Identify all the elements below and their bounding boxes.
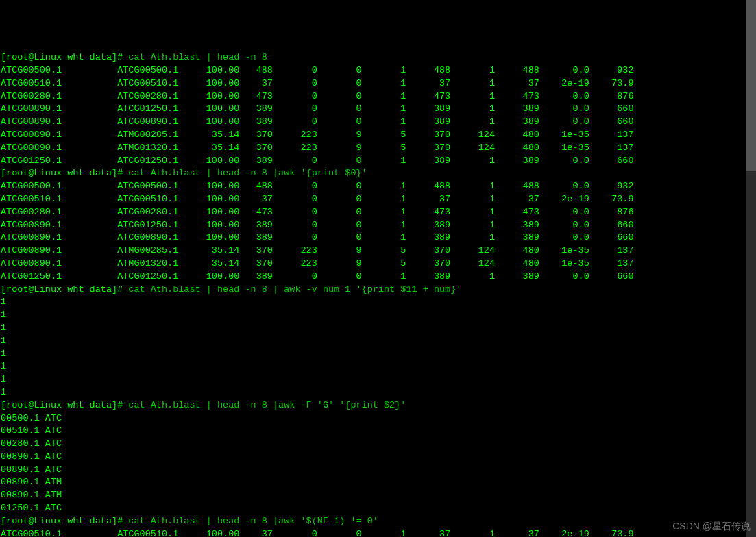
blast-row: ATCG00890.1 ATMG01320.1 35.14 370 223 9 … [1, 258, 755, 271]
prompt-line-1[interactable]: [root@Linux wht data]# cat Ath.blast | h… [1, 51, 755, 64]
blast-row: ATCG00890.1 ATMG00285.1 35.14 370 223 9 … [1, 129, 755, 142]
awk-out: 1 [1, 335, 755, 348]
awk-out: 1 [1, 309, 755, 322]
blast-row: ATCG00890.1 ATMG01320.1 35.14 370 223 9 … [1, 142, 755, 155]
awk-out: 01250.1 ATC [1, 502, 755, 515]
awk-out: 00510.1 ATC [1, 425, 755, 438]
prompt-line-5[interactable]: [root@Linux wht data]# cat Ath.blast | h… [1, 515, 755, 528]
awk-out: 00890.1 ATC [1, 451, 755, 464]
awk-out: 00890.1 ATM [1, 476, 755, 489]
blast-row: ATCG00890.1 ATCG01250.1 100.00 389 0 0 1… [1, 103, 755, 116]
blast-row: ATCG00500.1 ATCG00500.1 100.00 488 0 0 1… [1, 64, 755, 77]
blast-row: ATCG00890.1 ATCG00890.1 100.00 389 0 0 1… [1, 116, 755, 129]
awk-out: 00890.1 ATM [1, 489, 755, 502]
blast-row: ATCG00890.1 ATCG01250.1 100.00 389 0 0 1… [1, 219, 755, 232]
prompt: [root@Linux wht data]# [1, 52, 128, 62]
command-text: cat Ath.blast | head -n 8 | awk -v num=1… [128, 284, 461, 295]
blast-row: ATCG00500.1 ATCG00500.1 100.00 488 0 0 1… [1, 180, 755, 193]
blast-row: ATCG01250.1 ATCG01250.1 100.00 389 0 0 1… [1, 155, 755, 168]
scrollbar-thumb[interactable] [746, 0, 756, 171]
awk-out: 1 [1, 360, 755, 373]
awk-out: 00890.1 ATC [1, 464, 755, 477]
blast-row: ATCG00890.1 ATMG00285.1 35.14 370 223 9 … [1, 245, 755, 258]
blast-row: ATCG00510.1 ATCG00510.1 100.00 37 0 0 1 … [1, 528, 755, 537]
awk-out: 1 [1, 322, 755, 335]
prompt: [root@Linux wht data]# [1, 284, 128, 295]
command-text: cat Ath.blast | head -n 8 |awk '$(NF-1) … [128, 516, 378, 526]
watermark: CSDN @星石传说 [672, 520, 751, 533]
awk-out: 1 [1, 296, 755, 309]
awk-out: 00280.1 ATC [1, 438, 755, 451]
prompt-line-2[interactable]: [root@Linux wht data]# cat Ath.blast | h… [1, 167, 755, 180]
prompt-line-4[interactable]: [root@Linux wht data]# cat Ath.blast | h… [1, 399, 755, 412]
prompt: [root@Linux wht data]# [1, 400, 128, 410]
blast-row: ATCG00890.1 ATCG00890.1 100.00 389 0 0 1… [1, 232, 755, 245]
blast-row: ATCG00510.1 ATCG00510.1 100.00 37 0 0 1 … [1, 77, 755, 90]
blast-row: ATCG00280.1 ATCG00280.1 100.00 473 0 0 1… [1, 206, 755, 219]
awk-out: 1 [1, 348, 755, 361]
command-text: cat Ath.blast | head -n 8 [128, 52, 267, 62]
awk-out: 00500.1 ATC [1, 412, 755, 425]
command-text: cat Ath.blast | head -n 8 |awk -F 'G' '{… [128, 400, 406, 410]
blast-row: ATCG00280.1 ATCG00280.1 100.00 473 0 0 1… [1, 90, 755, 103]
terminal[interactable]: [root@Linux wht data]# cat Ath.blast | h… [0, 51, 756, 537]
command-text: cat Ath.blast | head -n 8 |awk '{print $… [128, 168, 367, 178]
blast-row: ATCG01250.1 ATCG01250.1 100.00 389 0 0 1… [1, 271, 755, 284]
prompt: [root@Linux wht data]# [1, 516, 128, 526]
scrollbar-track[interactable] [746, 0, 756, 537]
blast-row: ATCG00510.1 ATCG00510.1 100.00 37 0 0 1 … [1, 193, 755, 206]
awk-out: 1 [1, 386, 755, 399]
awk-out: 1 [1, 373, 755, 386]
prompt-line-3[interactable]: [root@Linux wht data]# cat Ath.blast | h… [1, 284, 755, 297]
prompt: [root@Linux wht data]# [1, 168, 128, 178]
